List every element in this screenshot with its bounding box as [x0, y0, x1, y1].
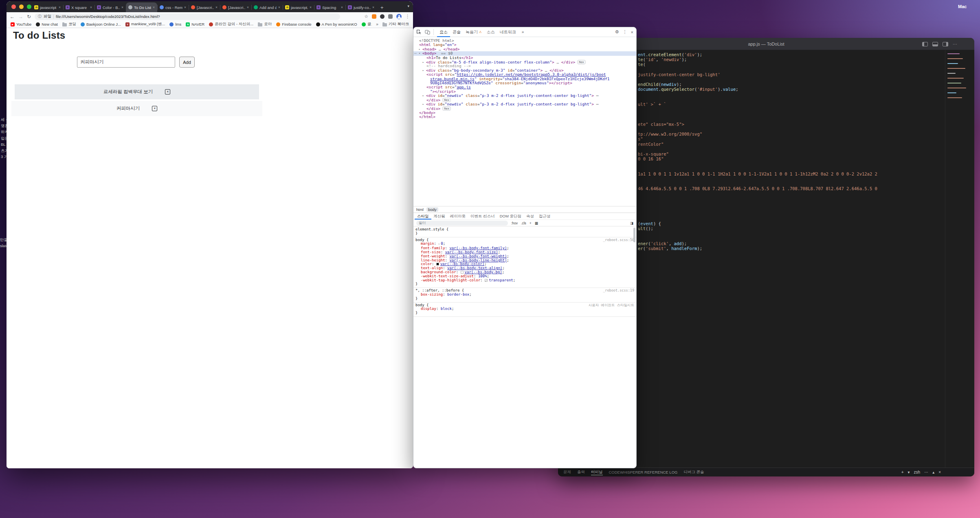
new-rule-icon[interactable]: + — [530, 221, 532, 225]
device-toolbar-icon[interactable] — [425, 29, 430, 35]
bookmark-item-1[interactable]: New chat — [36, 22, 58, 26]
panel-tab-0[interactable]: 문제 — [563, 470, 571, 475]
extension-icon-fox[interactable] — [372, 14, 376, 19]
devtools-tab-2[interactable]: 녹음기⚠ — [463, 27, 484, 37]
inspect-element-icon[interactable] — [416, 29, 422, 35]
expand-arrow-icon[interactable]: ▸ — [422, 102, 426, 106]
elements-tree-line-4[interactable]: <h1>To do Lists</h1> — [413, 56, 636, 60]
tab-close-icon[interactable]: × — [59, 5, 61, 9]
bookmark-item-5[interactable]: lms — [169, 22, 181, 26]
new-terminal-icon[interactable]: + — [901, 470, 904, 474]
expand-arrow-icon[interactable]: ▸ — [419, 47, 422, 51]
minimize-window-button[interactable] — [19, 4, 24, 9]
new-tab-button[interactable]: + — [380, 5, 384, 10]
tab-close-icon[interactable]: × — [153, 5, 155, 9]
tab-search-icon[interactable]: ▾ — [407, 4, 409, 8]
elements-tree-line-18[interactable]: </html> — [413, 115, 636, 119]
tab-close-icon[interactable]: × — [121, 5, 123, 9]
bookmark-item-9[interactable]: Firebase console — [276, 22, 311, 26]
zoom-window-button[interactable] — [27, 4, 31, 9]
toggle-secondary-sidebar-icon[interactable] — [943, 42, 948, 46]
panel-tab-4[interactable]: 디버그 콘솔 — [683, 470, 704, 475]
bookmark-item-4[interactable]: Vmankiew_vol9 (밴... — [125, 22, 165, 27]
panel-tab-1[interactable]: 출력 — [577, 470, 585, 475]
browser-menu-icon[interactable]: ⋮ — [405, 14, 410, 19]
expand-arrow-icon[interactable]: ▸ — [422, 94, 426, 98]
tab-close-icon[interactable]: × — [215, 5, 218, 9]
bookmark-item-6[interactable]: NNAVER — [186, 22, 204, 26]
css-property[interactable]: display: block; — [415, 307, 636, 311]
site-info-icon[interactable]: ⓘ — [38, 14, 42, 19]
grid-icon[interactable]: ▦ — [535, 221, 538, 225]
bookmark-item-11[interactable]: 클로바노트 — [362, 22, 372, 27]
sidebar-toggle-icon[interactable]: ◨ — [630, 221, 633, 225]
back-button[interactable]: ← — [10, 14, 15, 19]
settings-gear-icon[interactable]: ⚙ — [615, 29, 619, 35]
pseudo-state-toggle[interactable]: :hov — [511, 221, 518, 225]
panel-tab-3[interactable]: CODEWHISPERER REFERENCE LOG — [609, 470, 678, 474]
styles-tab-3[interactable]: 이벤트 리스너 — [468, 213, 497, 219]
expand-arrow-icon[interactable]: ▸ — [422, 68, 426, 72]
browser-tab-1[interactable]: BX square× — [63, 2, 94, 12]
flex-badge[interactable]: flex — [442, 106, 450, 111]
devtools-tab-1[interactable]: 콘솔 — [450, 27, 463, 37]
tab-close-icon[interactable]: × — [278, 5, 280, 9]
more-panels-icon[interactable]: » — [522, 30, 524, 34]
expand-shorthand-icon[interactable]: ▸ — [438, 242, 440, 246]
forward-button[interactable]: → — [18, 14, 23, 19]
bookmark-item-0[interactable]: ▶YouTube — [11, 22, 31, 26]
tab-close-icon[interactable]: × — [247, 5, 249, 9]
bookmark-item-10[interactable]: A Pen by woominKO — [316, 22, 357, 26]
browser-tab-0[interactable]: JSjavascript× — [32, 2, 63, 12]
color-swatch[interactable] — [461, 271, 464, 274]
devtools-menu-icon[interactable]: ⋮ — [623, 29, 627, 35]
browser-tab-8[interactable]: JSjavascript...× — [283, 2, 314, 12]
expand-arrow-icon[interactable]: ▾ — [419, 51, 422, 55]
tab-close-icon[interactable]: × — [310, 5, 312, 9]
breadcrumb-body[interactable]: body — [426, 207, 438, 212]
browser-tab-2[interactable]: BColor - B...× — [94, 2, 126, 12]
toggle-panel-icon[interactable] — [932, 42, 938, 46]
browser-tab-7[interactable]: Add and d...× — [251, 2, 283, 12]
elements-tree-line-17[interactable]: </body> — [413, 111, 636, 115]
reload-button[interactable]: ↻ — [27, 14, 31, 19]
color-swatch[interactable] — [485, 279, 488, 282]
bookmark-item-2[interactable]: 코딩 — [62, 22, 76, 27]
tab-close-icon[interactable]: × — [341, 5, 343, 9]
devtools-tab-3[interactable]: 소스 — [484, 27, 497, 37]
toggle-primary-sidebar-icon[interactable] — [922, 42, 928, 46]
add-button[interactable]: Add — [179, 57, 195, 68]
extension-icon-dark[interactable] — [380, 14, 385, 19]
close-window-button[interactable] — [11, 4, 16, 9]
minimap[interactable] — [945, 50, 969, 468]
browser-tab-6[interactable]: [Javascri...× — [220, 2, 251, 12]
stylesheet-link[interactable]: _reboot.scss:50 — [603, 238, 634, 242]
tab-close-icon[interactable]: × — [184, 5, 186, 9]
elements-tree-line-13[interactable]: ▸<div id="newdiv" class="p-3 m-2 d-flex … — [413, 94, 636, 98]
styles-scrollbar[interactable] — [633, 228, 635, 242]
bookmark-item-7[interactable]: 온라인 강의 - 자신의... — [209, 22, 253, 27]
panel-more-icon[interactable]: ⋯ — [924, 470, 928, 474]
panel-tab-2[interactable]: 터미널 — [591, 470, 603, 475]
browser-tab-4[interactable]: css - Rem...× — [157, 2, 189, 12]
styles-tab-6[interactable]: 접근성 — [536, 213, 553, 219]
editor-scrollbar[interactable] — [969, 50, 974, 468]
browser-tab-5[interactable]: [Javascri...× — [189, 2, 220, 12]
close-devtools-icon[interactable]: × — [631, 30, 633, 35]
flex-badge[interactable]: flex — [577, 60, 585, 64]
browser-tab-3[interactable]: To Do List× — [126, 2, 157, 12]
bookmark-item-3[interactable]: Baekjoon Online J... — [81, 22, 121, 26]
elements-tree-line-16[interactable]: </div>flex — [413, 106, 636, 110]
extensions-puzzle-icon[interactable] — [388, 14, 393, 19]
tab-close-icon[interactable]: × — [90, 5, 92, 9]
other-bookmarks[interactable]: 기타 북마크 — [382, 22, 409, 27]
styles-tab-2[interactable]: 레이아웃 — [448, 213, 468, 219]
css-property[interactable]: -webkit-tap-highlight-color: transparent… — [415, 279, 636, 283]
devtools-tab-0[interactable]: 요소 — [437, 27, 450, 37]
maximize-panel-icon[interactable]: ▴ — [932, 470, 934, 474]
stylesheet-link[interactable]: 사용자 에이전트 스타일시트 — [589, 303, 634, 307]
color-swatch[interactable] — [436, 263, 439, 266]
devtools-tab-4[interactable]: 네트워크 — [497, 27, 519, 37]
styles-tab-1[interactable]: 계산됨 — [431, 213, 448, 219]
filter-input[interactable]: 필터 — [416, 221, 508, 226]
